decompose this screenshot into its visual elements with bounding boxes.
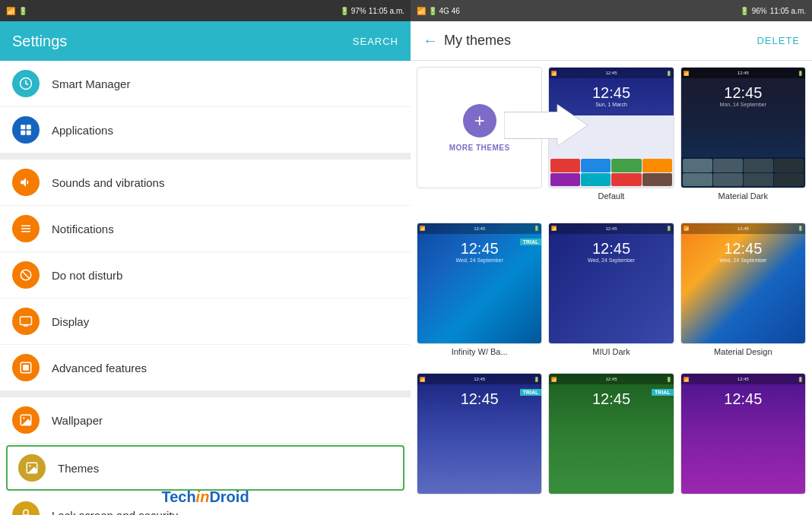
status-bar-left-icons: 📶 🔋 bbox=[6, 7, 27, 15]
battery-indicator: 🔋 bbox=[340, 7, 349, 15]
settings-item-notifications[interactable]: Notifications bbox=[0, 206, 411, 252]
settings-item-wallpaper[interactable]: Wallpaper bbox=[0, 397, 411, 444]
themes-icon bbox=[18, 454, 46, 482]
settings-item-smart-manager[interactable]: Smart Manager bbox=[0, 61, 411, 107]
settings-list: Smart Manager Applications Sounds and vi… bbox=[0, 61, 411, 515]
watermark-in: in bbox=[196, 488, 210, 505]
themes-grid: + MORE THEMES 📶 12:45 🔋 12:45 Sun, 1 Ma bbox=[411, 61, 812, 515]
theme-default-label: Default bbox=[598, 191, 625, 201]
theme-miui-label: MIUI Dark bbox=[592, 347, 630, 356]
theme-material-design-label: Material Design bbox=[714, 347, 772, 356]
settings-item-display[interactable]: Display bbox=[0, 299, 411, 345]
back-button[interactable]: ← bbox=[423, 32, 438, 49]
display-label: Display bbox=[52, 315, 89, 328]
svg-point-12 bbox=[23, 417, 24, 419]
settings-item-themes[interactable]: Themes bbox=[6, 445, 404, 491]
themes-header-left: ← My themes bbox=[423, 32, 511, 49]
status-bar-right-info: 🔋 97% 11:05 a.m. bbox=[340, 7, 404, 15]
theme-bottom3-thumbnail: 📶 12:45 🔋 12:45 bbox=[680, 373, 806, 494]
smart-manager-icon bbox=[12, 70, 40, 97]
wallpaper-label: Wallpaper bbox=[52, 414, 103, 427]
wifi-icon: 🔋 bbox=[18, 7, 27, 15]
delete-button[interactable]: DELETE bbox=[756, 35, 800, 46]
battery-percent-left: 97% bbox=[351, 7, 366, 15]
settings-title: Settings bbox=[12, 33, 67, 50]
more-themes-container: + MORE THEMES bbox=[417, 67, 542, 216]
sounds-icon bbox=[12, 169, 40, 196]
trial-badge-bottom1: TRIAL bbox=[520, 389, 542, 396]
right-status-left: 📶 🔋 4G 46 bbox=[417, 7, 460, 15]
theme-material-design-thumbnail: 📶 12:45 🔋 12:45 Wed, 24 September bbox=[680, 223, 806, 344]
right-battery-percent: 96% bbox=[752, 7, 767, 15]
themes-label: Themes bbox=[58, 462, 99, 475]
settings-item-dnd[interactable]: Do not disturb bbox=[0, 252, 411, 299]
right-status-bar: 📶 🔋 4G 46 🔋 96% 11:05 a.m. bbox=[411, 0, 812, 21]
notifications-label: Notifications bbox=[52, 223, 114, 235]
left-status-bar: 📶 🔋 🔋 97% 11:05 a.m. bbox=[0, 0, 411, 21]
right-phone-panel: 📶 🔋 4G 46 🔋 96% 11:05 a.m. ← My themes D… bbox=[411, 0, 812, 515]
advanced-label: Advanced features bbox=[52, 362, 147, 374]
theme-bottom3[interactable]: 📶 12:45 🔋 12:45 bbox=[680, 373, 806, 509]
settings-item-applications[interactable]: Applications bbox=[0, 107, 411, 153]
divider-2 bbox=[0, 391, 411, 397]
svg-point-14 bbox=[29, 465, 30, 466]
theme-miui-dark[interactable]: 📶 12:45 🔋 12:45 Wed, 24 September MIUI D… bbox=[548, 223, 674, 368]
settings-item-sounds[interactable]: Sounds and vibrations bbox=[0, 160, 411, 206]
theme-bottom2-thumbnail: TRIAL 📶 12:45 🔋 12:45 bbox=[548, 373, 674, 494]
applications-label: Applications bbox=[52, 124, 113, 137]
svg-rect-3 bbox=[21, 131, 25, 135]
svg-rect-4 bbox=[27, 131, 31, 135]
arrow-pointer bbox=[504, 104, 588, 149]
divider-1 bbox=[0, 153, 411, 160]
trial-badge-bottom2: TRIAL bbox=[652, 389, 674, 396]
lock-screen-label: Lock screen and security bbox=[52, 509, 178, 516]
dnd-label: Do not disturb bbox=[52, 269, 122, 282]
svg-marker-17 bbox=[504, 104, 588, 146]
left-phone-panel: 📶 🔋 🔋 97% 11:05 a.m. Settings SEARCH Sma… bbox=[0, 0, 411, 515]
theme-bottom1-thumbnail: TRIAL 📶 12:45 🔋 12:45 bbox=[417, 373, 542, 494]
theme-infinity-label: Infinity W/ Ba... bbox=[452, 347, 508, 356]
watermark-droid: Droid bbox=[209, 488, 249, 505]
watermark-tech: Tech bbox=[161, 488, 195, 505]
advanced-icon bbox=[12, 354, 40, 381]
settings-header: Settings SEARCH bbox=[0, 21, 411, 61]
theme-bottom1[interactable]: TRIAL 📶 12:45 🔋 12:45 bbox=[417, 373, 542, 509]
theme-material-design[interactable]: 📶 12:45 🔋 12:45 Wed, 24 September Materi… bbox=[680, 223, 806, 368]
search-button[interactable]: SEARCH bbox=[353, 36, 398, 47]
time-left: 11:05 a.m. bbox=[369, 7, 404, 15]
right-time: 11:05 a.m. bbox=[770, 7, 806, 15]
my-themes-title: My themes bbox=[444, 33, 511, 49]
lock-screen-icon bbox=[12, 501, 40, 515]
sounds-label: Sounds and vibrations bbox=[52, 176, 164, 189]
theme-miui-thumbnail: 📶 12:45 🔋 12:45 Wed, 24 September bbox=[548, 223, 674, 344]
more-themes-text: MORE THEMES bbox=[449, 144, 510, 152]
my-themes-header: ← My themes DELETE bbox=[411, 21, 812, 61]
applications-icon bbox=[12, 116, 40, 144]
watermark: TechinDroid bbox=[161, 488, 249, 506]
svg-line-6 bbox=[22, 271, 30, 280]
theme-material-dark-label: Material Dark bbox=[718, 191, 768, 201]
wallpaper-icon bbox=[12, 406, 40, 434]
trial-badge-infinity: TRIAL bbox=[520, 239, 542, 245]
theme-bottom2[interactable]: TRIAL 📶 12:45 🔋 12:45 bbox=[548, 373, 674, 509]
right-status-right: 🔋 96% 11:05 a.m. bbox=[740, 7, 806, 15]
notifications-icon bbox=[12, 215, 40, 242]
right-battery-icon: 🔋 bbox=[740, 7, 749, 15]
theme-material-dark[interactable]: 📶 12:45 🔋 12:45 Mon, 14 September bbox=[680, 67, 806, 216]
svg-rect-2 bbox=[27, 125, 31, 129]
settings-item-advanced[interactable]: Advanced features bbox=[0, 345, 411, 391]
display-icon bbox=[12, 308, 40, 335]
theme-material-dark-thumbnail: 📶 12:45 🔋 12:45 Mon, 14 September bbox=[680, 67, 806, 188]
svg-rect-10 bbox=[23, 365, 29, 371]
svg-rect-1 bbox=[21, 125, 25, 129]
smart-manager-label: Smart Manager bbox=[52, 77, 130, 90]
dnd-icon bbox=[12, 261, 40, 289]
theme-infinity-thumbnail: TRIAL 📶 12:45 🔋 12:45 Wed, 24 September bbox=[417, 223, 542, 344]
signal-icon: 📶 bbox=[6, 7, 15, 15]
svg-rect-7 bbox=[21, 317, 32, 325]
theme-infinity[interactable]: TRIAL 📶 12:45 🔋 12:45 Wed, 24 September … bbox=[417, 223, 542, 368]
plus-circle-icon: + bbox=[463, 104, 496, 137]
